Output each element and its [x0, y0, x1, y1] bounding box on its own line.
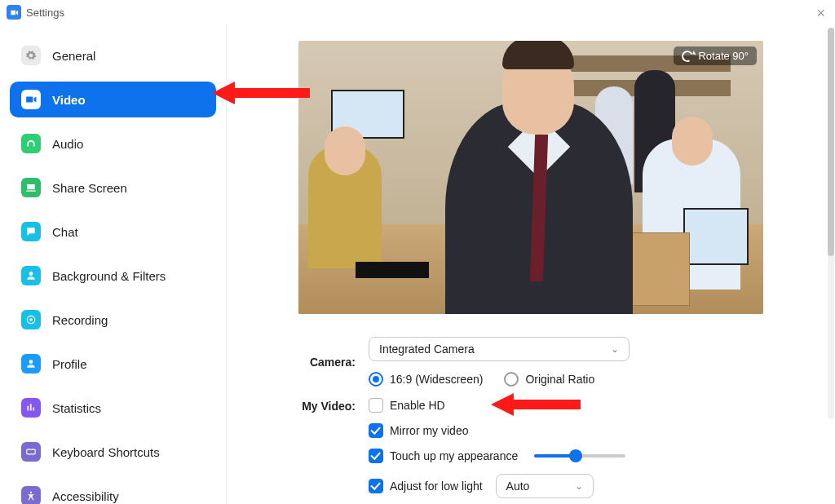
sidebar-item-profile[interactable]: Profile — [10, 346, 216, 382]
low-light-option[interactable]: Adjust for low light Auto ⌄ — [369, 474, 625, 498]
scrollbar[interactable] — [828, 28, 834, 419]
window-title: Settings — [26, 7, 64, 19]
access-icon — [21, 486, 41, 504]
touch-up-label: Touch up my appearance — [390, 449, 518, 462]
svg-marker-4 — [212, 82, 310, 104]
rotate-button[interactable]: Rotate 90° — [674, 46, 757, 65]
sidebar-item-label: Share Screen — [52, 181, 127, 195]
chevron-down-icon: ⌄ — [611, 343, 619, 355]
scene-decoration — [356, 262, 429, 278]
sidebar-item-recording[interactable]: Recording — [10, 302, 216, 338]
svg-point-3 — [30, 492, 32, 493]
stats-icon — [21, 398, 41, 418]
mirror-video-label: Mirror my video — [390, 424, 468, 437]
video-preview: Rotate 90° — [298, 41, 763, 314]
rec-icon — [21, 310, 41, 329]
radio-icon — [504, 372, 519, 387]
annotation-arrow — [491, 391, 581, 418]
checkbox-icon — [369, 423, 383, 438]
sidebar-item-keyboard-shortcuts[interactable]: Keyboard Shortcuts — [10, 434, 216, 470]
video-settings-form: Camera: Integrated Camera ⌄ 16:9 (Widesc… — [267, 337, 819, 498]
checkbox-icon — [369, 449, 383, 463]
app-icon — [7, 5, 21, 20]
sidebar-item-video[interactable]: Video — [10, 82, 216, 117]
sidebar-item-label: Audio — [52, 137, 83, 151]
mirror-video-option[interactable]: Mirror my video — [369, 423, 625, 438]
scene-decoration — [672, 117, 713, 166]
chevron-down-icon: ⌄ — [575, 480, 583, 492]
sidebar-item-label: Video — [52, 93, 86, 107]
scene-decoration — [325, 126, 365, 175]
low-light-select-value: Auto — [506, 480, 530, 493]
head-icon — [21, 134, 41, 153]
sidebar-item-label: Background & Filters — [52, 269, 166, 283]
svg-marker-5 — [491, 393, 581, 416]
radio-icon — [369, 372, 383, 387]
rotate-label: Rotate 90° — [698, 50, 749, 62]
checkbox-icon — [369, 479, 383, 493]
gear-icon — [21, 46, 41, 65]
rotate-icon — [680, 49, 695, 64]
sidebar-item-statistics[interactable]: Statistics — [10, 390, 216, 426]
svg-rect-2 — [27, 449, 36, 454]
share-icon — [21, 178, 41, 197]
profile-icon — [21, 354, 41, 374]
sidebar-item-label: Accessibility — [52, 489, 119, 503]
enable-hd-label: Enable HD — [390, 399, 445, 412]
sidebar-item-label: Profile — [52, 357, 87, 371]
aspect-ratio-group: 16:9 (Widescreen) Original Ratio — [369, 372, 630, 387]
touch-up-slider[interactable] — [534, 454, 625, 458]
low-light-select[interactable]: Auto ⌄ — [496, 474, 594, 498]
low-light-label: Adjust for low light — [390, 480, 483, 493]
sidebar-item-label: Keyboard Shortcuts — [52, 445, 160, 459]
sidebar-item-audio[interactable]: Audio — [10, 126, 216, 161]
content: GeneralVideoAudioShare ScreenChatBackgro… — [0, 24, 835, 504]
close-icon[interactable]: × — [816, 5, 825, 22]
sidebar-item-general[interactable]: General — [10, 38, 216, 73]
camera-select[interactable]: Integrated Camera ⌄ — [369, 337, 630, 361]
sidebar-item-label: Recording — [52, 313, 108, 327]
annotation-arrow — [212, 80, 310, 106]
aspect-widescreen-label: 16:9 (Widescreen) — [390, 373, 483, 386]
aspect-original-option[interactable]: Original Ratio — [504, 372, 594, 387]
scrollbar-thumb[interactable] — [828, 28, 834, 256]
sidebar-item-chat[interactable]: Chat — [10, 214, 216, 250]
sidebar-item-background-filters[interactable]: Background & Filters — [10, 258, 216, 294]
kb-icon — [21, 442, 41, 462]
sidebar-item-share-screen[interactable]: Share Screen — [10, 170, 216, 206]
camera-label: Camera: — [267, 356, 369, 369]
sidebar-item-label: Statistics — [52, 401, 101, 415]
sidebar-item-label: General — [52, 49, 95, 63]
sidebar: GeneralVideoAudioShare ScreenChatBackgro… — [0, 24, 227, 504]
video-icon — [21, 90, 41, 109]
sidebar-item-label: Chat — [52, 225, 78, 239]
scene-decoration — [502, 41, 574, 69]
scene-decoration — [683, 208, 749, 265]
sidebar-item-accessibility[interactable]: Accessibility — [10, 478, 216, 504]
slider-thumb[interactable] — [569, 449, 582, 462]
aspect-original-label: Original Ratio — [525, 373, 594, 386]
user-icon — [21, 266, 41, 285]
touch-up-option[interactable]: Touch up my appearance — [369, 449, 625, 463]
myvideo-label: My Video: — [267, 398, 369, 413]
main-panel: Rotate 90° Camera: Integrated Camera ⌄ 1… — [227, 24, 835, 504]
aspect-widescreen-option[interactable]: 16:9 (Widescreen) — [369, 372, 483, 387]
camera-select-value: Integrated Camera — [379, 343, 475, 356]
chat-icon — [21, 222, 41, 241]
svg-point-1 — [29, 318, 33, 321]
checkbox-icon — [369, 398, 383, 413]
titlebar: Settings × — [0, 0, 835, 24]
camera-row: Camera: Integrated Camera ⌄ 16:9 (Widesc… — [267, 337, 819, 387]
